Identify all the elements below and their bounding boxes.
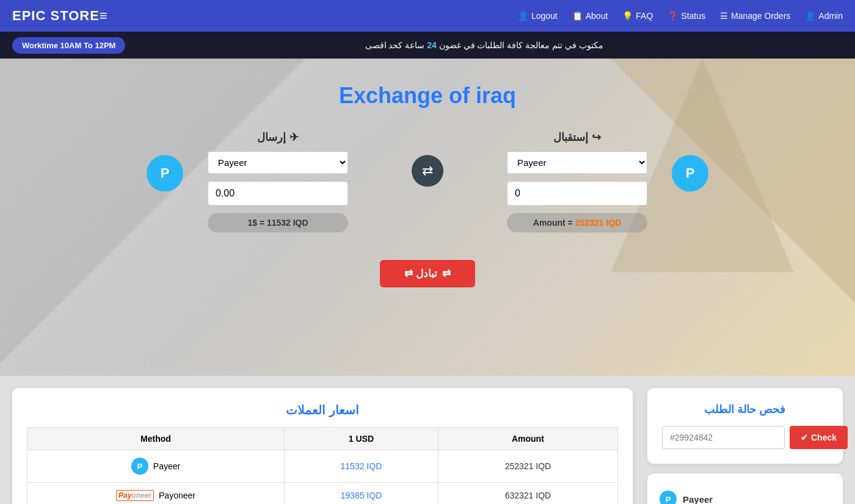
rates-card: اسعار العملات Method 1 USD Amount P Paye…: [12, 388, 633, 504]
nav-manage-orders[interactable]: ☰ Manage Orders: [720, 11, 790, 21]
send-payeer-circle: P: [147, 155, 183, 192]
send-plane-icon: ✈: [289, 131, 299, 144]
nav: 👤 Logout 📋 About 💡 FAQ ❓ Status ☰ Manage…: [518, 11, 843, 21]
usd-value: 11532 IQD: [284, 450, 438, 483]
worktime-badge: Worktime 10AM To 12PM: [12, 37, 125, 54]
check-order-input[interactable]: [662, 426, 785, 449]
logo-text: EPIC STORE≡: [12, 8, 108, 24]
bottom-section: اسعار العملات Method 1 USD Amount P Paye…: [0, 376, 855, 504]
header: EPIC STORE≡ 👤 Logout 📋 About 💡 FAQ ❓ Sta…: [0, 0, 855, 32]
right-panel: فحص حالة الطلب ✔ Check P Payeer Payoneer…: [647, 388, 843, 504]
rates-card-title: اسعار العملات: [27, 403, 618, 417]
list-item: P Payeer: [660, 486, 831, 504]
check-icon: ✔: [801, 433, 808, 442]
method-name: Payeer: [153, 461, 180, 471]
payeer-badge-icon: P: [131, 458, 148, 475]
table-row: Payoneer Payoneer 19385 IQD 632321 IQD: [27, 483, 618, 505]
rates-table-body: P Payeer 11532 IQD 252321 IQD Payoneer P…: [27, 450, 618, 505]
logo: EPIC STORE≡: [12, 8, 108, 24]
nav-logout[interactable]: 👤 Logout: [518, 11, 558, 21]
method-cell: P Payeer: [27, 450, 285, 483]
nav-faq[interactable]: 💡 FAQ: [622, 11, 653, 21]
nav-admin[interactable]: 👤 Admin: [805, 11, 843, 21]
rates-table-header-row: Method 1 USD Amount: [27, 428, 618, 450]
logout-icon: 👤: [518, 11, 528, 21]
rate-badge: 1$ = 11532 IQD: [208, 213, 348, 232]
send-amount-input[interactable]: 0.00: [208, 181, 348, 206]
nav-about[interactable]: 📋 About: [572, 11, 608, 21]
announcement-text: مكتوب في تتم معالجة كافة الطلبات في غضون…: [125, 40, 843, 50]
about-icon: 📋: [572, 11, 583, 21]
payeer-method-icon: P: [660, 491, 677, 504]
manage-orders-icon: ☰: [720, 11, 728, 21]
swap-arrows-icon: ⇄: [422, 163, 433, 179]
receive-amount-input[interactable]: 0: [507, 181, 647, 206]
swap-center: ⇄: [403, 131, 452, 236]
check-order-card: فحص حالة الطلب ✔ Check: [647, 388, 843, 464]
receive-arrow-icon: ↪: [592, 131, 601, 144]
receive-method-select-wrapper: Payeer Payoneer Paypal: [507, 151, 647, 174]
swap-button[interactable]: ⇄: [412, 155, 443, 187]
rates-table-header: Method 1 USD Amount: [27, 428, 618, 450]
exchange-arrow-icon: ⇄: [442, 267, 451, 280]
exchange-widget: ✈ إرسال P Payeer Payoneer Paypal 0.00 1$…: [153, 131, 702, 236]
status-icon: ❓: [668, 11, 678, 21]
send-label: ✈ إرسال: [257, 131, 299, 144]
method-cell: Payoneer Payoneer: [27, 483, 285, 505]
col-amount: Amount: [438, 428, 617, 450]
send-side: ✈ إرسال P Payeer Payoneer Paypal 0.00 1$…: [153, 131, 403, 232]
receive-label: ↪ إستقبال: [553, 131, 601, 144]
main-section: Exchange of iraq ✈ إرسال P Payeer Payone…: [0, 59, 855, 376]
method-name: Payoneer: [159, 491, 195, 500]
usd-value: 19385 IQD: [284, 483, 438, 505]
amount-value: 252321 IQD: [438, 450, 617, 483]
check-order-button[interactable]: ✔ Check: [790, 426, 848, 449]
faq-icon: 💡: [622, 11, 633, 21]
exchange-button[interactable]: ⇄ تبادل ⇄: [380, 260, 475, 287]
payeer-method-name: Payeer: [683, 494, 713, 505]
rates-table: Method 1 USD Amount P Payeer 11532 IQD 2…: [27, 427, 618, 504]
receive-payeer-circle: P: [672, 155, 708, 192]
page-title: Exchange of iraq: [12, 83, 843, 109]
payoneer-logo-icon: Payoneer: [116, 490, 154, 501]
announcement-bar: Worktime 10AM To 12PM مكتوب في تتم معالج…: [0, 32, 855, 59]
nav-status[interactable]: ❓ Status: [668, 11, 705, 21]
methods-card: P Payeer Payoneer Payoneer: [647, 473, 843, 504]
receive-side: ↪ إستقبال P Payeer Payoneer Paypal 0 Amo…: [452, 131, 702, 232]
amount-badge: Amount = 252321 IQD: [507, 213, 647, 232]
col-usd: 1 USD: [284, 428, 438, 450]
amount-value: 632321 IQD: [438, 483, 617, 505]
table-row: P Payeer 11532 IQD 252321 IQD: [27, 450, 618, 483]
check-order-title: فحص حالة الطلب: [662, 403, 828, 416]
col-method: Method: [27, 428, 285, 450]
receive-method-select[interactable]: Payeer Payoneer Paypal: [507, 151, 647, 174]
send-method-select[interactable]: Payeer Payoneer Paypal: [208, 151, 348, 174]
admin-icon: 👤: [805, 11, 815, 21]
send-method-select-wrapper: Payeer Payoneer Paypal: [208, 151, 348, 174]
check-order-row: ✔ Check: [662, 426, 828, 449]
